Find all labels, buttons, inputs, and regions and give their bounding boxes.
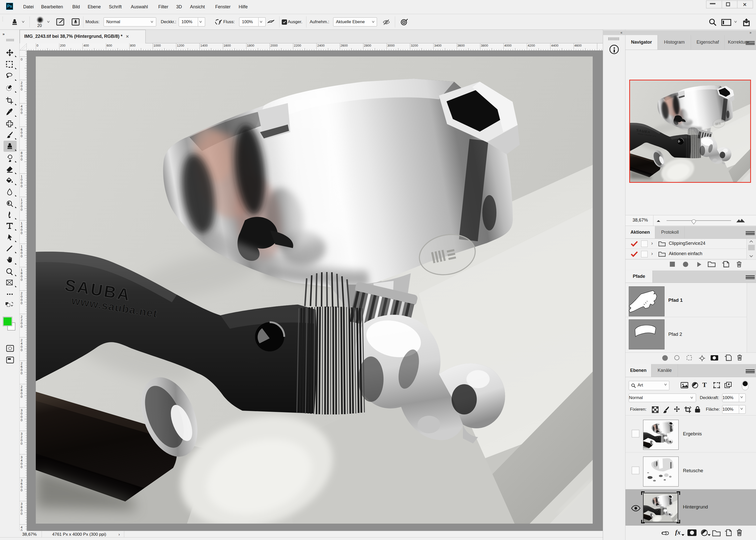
svg-text:0: 0: [21, 58, 22, 61]
svg-text:3600: 3600: [457, 44, 465, 48]
svg-text:0: 0: [21, 442, 22, 446]
svg-text:1800: 1800: [247, 44, 254, 48]
svg-text:1000: 1000: [154, 44, 161, 48]
svg-text:0: 0: [21, 231, 22, 235]
svg-text:0: 0: [21, 465, 22, 469]
svg-text:0: 0: [21, 488, 22, 492]
svg-text:200: 200: [60, 44, 65, 48]
svg-text:0: 0: [21, 529, 22, 531]
svg-text:1400: 1400: [200, 44, 208, 48]
svg-text:3400: 3400: [434, 44, 442, 48]
svg-text:0: 0: [21, 418, 22, 422]
svg-text:0: 0: [21, 158, 22, 161]
svg-text:4000: 4000: [504, 44, 511, 48]
svg-text:0: 0: [21, 184, 22, 188]
svg-text:3200: 3200: [411, 44, 418, 48]
svg-text:1600: 1600: [224, 44, 231, 48]
svg-text:0: 0: [21, 395, 22, 399]
svg-text:4600: 4600: [574, 44, 582, 48]
svg-text:3000: 3000: [387, 44, 395, 48]
svg-text:0: 0: [21, 301, 22, 305]
svg-text:2800: 2800: [364, 44, 371, 48]
svg-text:600: 600: [107, 44, 112, 48]
svg-text:0: 0: [21, 278, 22, 282]
svg-text:0: 0: [21, 134, 22, 138]
svg-text:»: »: [3, 32, 5, 36]
svg-text:2000: 2000: [270, 44, 278, 48]
svg-text:2200: 2200: [294, 44, 301, 48]
svg-text:3800: 3800: [481, 44, 488, 48]
svg-text:800: 800: [130, 44, 136, 48]
svg-text:1200: 1200: [177, 44, 184, 48]
svg-text:0: 0: [21, 111, 22, 115]
svg-text:0: 0: [37, 44, 38, 48]
svg-text:0: 0: [21, 512, 22, 515]
svg-text:4200: 4200: [528, 44, 535, 48]
svg-text:0: 0: [21, 87, 22, 91]
svg-text:0: 0: [21, 208, 22, 211]
svg-text:4400: 4400: [551, 44, 558, 48]
svg-text:400: 400: [83, 44, 89, 48]
svg-text:2600: 2600: [341, 44, 348, 48]
svg-text:0: 0: [21, 348, 22, 352]
svg-text:0: 0: [21, 371, 22, 375]
svg-text:0: 0: [21, 254, 22, 258]
svg-text:0: 0: [21, 325, 22, 329]
svg-text:2400: 2400: [317, 44, 325, 48]
